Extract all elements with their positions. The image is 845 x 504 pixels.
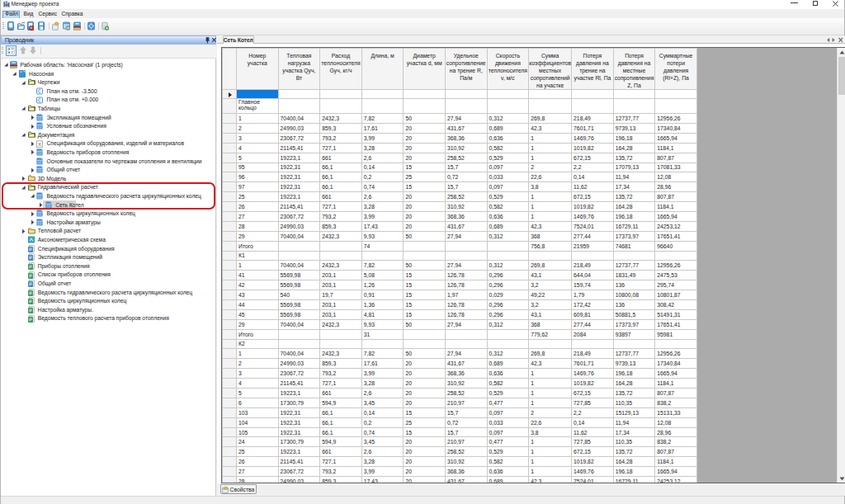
- svg-text:0: 0: [67, 26, 69, 31]
- svg-text:X: X: [38, 141, 41, 146]
